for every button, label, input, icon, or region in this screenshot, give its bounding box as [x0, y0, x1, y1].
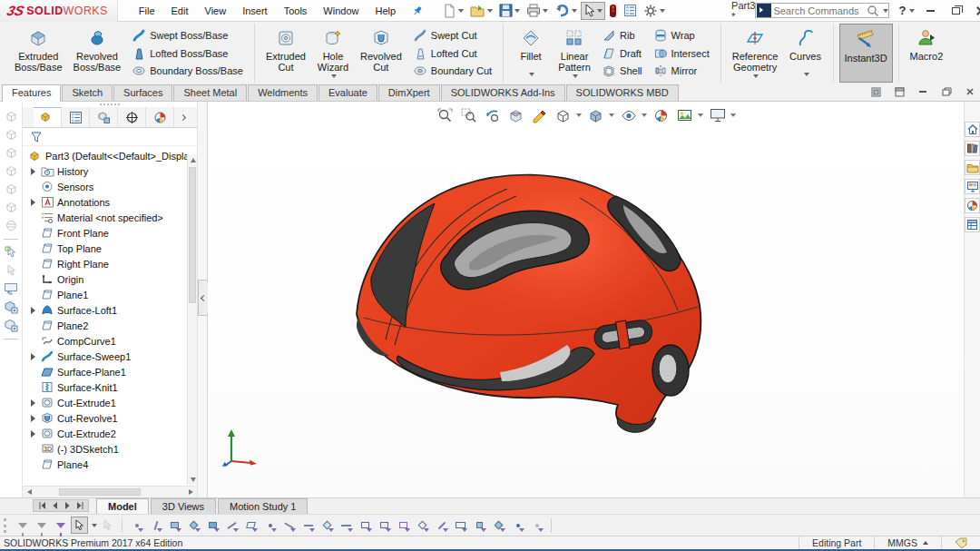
tab-model[interactable]: Model: [96, 498, 149, 514]
revolved-cut-button[interactable]: RevolvedCut: [355, 24, 407, 83]
body-cube-icon-1[interactable]: [3, 300, 19, 315]
tab-features[interactable]: Features: [2, 84, 61, 102]
expand-arrow-icon[interactable]: [28, 307, 37, 314]
scrollbar-thumb[interactable]: [189, 167, 196, 303]
file-explorer-icon[interactable]: [965, 160, 980, 175]
tab-3d-views[interactable]: 3D Views: [151, 498, 216, 514]
expand-arrow-icon[interactable]: [28, 430, 37, 438]
curves-button[interactable]: Curves: [784, 24, 828, 83]
filter-connection-points-button[interactable]: [509, 517, 526, 534]
filter-center-marks-button[interactable]: [318, 517, 336, 534]
menu-tools[interactable]: Tools: [276, 2, 316, 20]
tree-vertical-scrollbar[interactable]: [187, 154, 197, 485]
ref-cube-icon-2[interactable]: [3, 127, 19, 143]
shell-button[interactable]: Shell: [598, 63, 645, 79]
filter-axes-button[interactable]: [223, 517, 240, 534]
graphics-viewport[interactable]: [208, 102, 964, 497]
panel-tabs-overflow[interactable]: [174, 107, 191, 127]
tree-item-cut-revolve1[interactable]: Cut-Revolve1: [23, 410, 197, 426]
tab-sheet-metal[interactable]: Sheet Metal: [173, 84, 247, 101]
tree-item-front-plane[interactable]: Front Plane: [23, 225, 197, 241]
helmet-model[interactable]: [346, 162, 709, 443]
tree-item-compcurve1[interactable]: CompCurve1: [23, 333, 197, 349]
filter-notes-button[interactable]: [395, 517, 412, 534]
extruded-cut-button[interactable]: ExtrudedCut: [260, 24, 311, 83]
first-tab-button[interactable]: [36, 501, 47, 510]
solidworks-resources-icon[interactable]: [965, 122, 980, 137]
tree-item-material[interactable]: Material <not specified>: [23, 210, 197, 225]
tab-solidworks-add-ins[interactable]: SOLIDWORKS Add-Ins: [441, 84, 565, 101]
hide-show-items-dropdown-icon[interactable]: [642, 113, 647, 117]
body-cube-icon-2[interactable]: [3, 318, 19, 333]
open-button[interactable]: [467, 2, 495, 20]
expand-arrow-icon[interactable]: [28, 415, 37, 422]
performance-indicator-icon[interactable]: [606, 2, 620, 20]
fillet-button[interactable]: Fillet: [509, 24, 553, 83]
ref-cube-icon-3[interactable]: [3, 145, 19, 161]
tree-root-part3[interactable]: Part3 (Default<<Default>_Display Stat: [23, 148, 197, 163]
property-manager-tab[interactable]: [62, 107, 90, 127]
minimize-button[interactable]: [922, 5, 938, 17]
help-button[interactable]: ?: [898, 4, 906, 17]
search-dropdown-icon[interactable]: [883, 9, 888, 13]
section-view-icon[interactable]: [507, 106, 525, 124]
draft-button[interactable]: Draft: [598, 45, 645, 62]
curves-dropdown-icon[interactable]: [804, 73, 809, 76]
tree-item-surface-loft1[interactable]: Surface-Loft1: [23, 302, 197, 318]
select-tool-button[interactable]: [581, 2, 605, 20]
fillet-dropdown-icon[interactable]: [529, 73, 534, 76]
appearances-scenes-icon[interactable]: [965, 198, 980, 213]
custom-properties-icon[interactable]: [965, 217, 980, 232]
filter-surface-finish-button[interactable]: [414, 517, 431, 534]
expand-arrow-icon[interactable]: [28, 353, 37, 360]
scroll-right-icon[interactable]: [184, 489, 197, 495]
filter-sketch-points-button[interactable]: [261, 517, 279, 534]
panel-splitter[interactable]: [197, 102, 208, 497]
print-button[interactable]: [524, 2, 551, 20]
search-input[interactable]: [773, 5, 865, 16]
view-palette-icon[interactable]: [965, 179, 980, 194]
search-icon[interactable]: [867, 5, 879, 17]
new-button[interactable]: [440, 2, 466, 20]
linear-pattern-dropdown-icon[interactable]: [573, 74, 578, 78]
save-button[interactable]: [496, 2, 523, 20]
tree-item-plane4[interactable]: Plane4: [23, 457, 197, 472]
dynamic-annotation-views-icon[interactable]: [531, 106, 549, 124]
lofted-boss-base-button[interactable]: Lofted Boss/Base: [128, 45, 247, 62]
tab-dimxpert[interactable]: DimXpert: [378, 84, 440, 101]
expand-arrow-icon[interactable]: [28, 168, 37, 175]
close-button[interactable]: [973, 5, 980, 17]
hide-show-items-icon[interactable]: [620, 106, 638, 124]
filter-weld-symbols-button[interactable]: [433, 517, 450, 534]
filter-routing-points-button[interactable]: [528, 517, 545, 534]
menu-help[interactable]: Help: [367, 2, 404, 20]
tree-item-annotations[interactable]: Annotations: [23, 194, 197, 210]
tree-item-cut-extrude2[interactable]: Cut-Extrude2: [23, 426, 197, 441]
edit-appearance-icon[interactable]: [652, 106, 671, 124]
hole-wizard-button[interactable]: HoleWizard: [311, 24, 355, 83]
tree-item-right-plane[interactable]: Right Plane: [23, 256, 197, 271]
doc-pane-icon-2[interactable]: [893, 86, 906, 97]
doc-restore-button[interactable]: [940, 86, 953, 97]
lasso-select-button[interactable]: [99, 517, 116, 534]
instant3d-button[interactable]: Instant3D: [839, 24, 893, 83]
intersect-button[interactable]: Intersect: [650, 45, 713, 62]
view-settings-icon[interactable]: [709, 106, 727, 124]
tree-item-surface-plane1[interactable]: Surface-Plane1: [23, 364, 197, 379]
ref-cube-icon-5[interactable]: [3, 182, 19, 197]
filter-surface-bodies-button[interactable]: [185, 517, 202, 534]
tree-item-history[interactable]: History: [23, 163, 197, 179]
tree-item-sensors[interactable]: Sensors: [23, 179, 197, 194]
ref-cube-icon-1[interactable]: [3, 109, 19, 124]
units-dropdown-icon[interactable]: [923, 541, 928, 545]
tree-item-3dsketch1[interactable]: 3D (-) 3DSketch1: [23, 441, 197, 457]
filter-sketch-segments-button[interactable]: [280, 517, 298, 534]
filter-edges-button[interactable]: [147, 517, 164, 534]
undo-button[interactable]: [552, 2, 580, 20]
view-settings-dropdown-icon[interactable]: [730, 113, 736, 117]
filter-planes-button[interactable]: [242, 517, 260, 534]
expand-arrow-icon[interactable]: [28, 399, 37, 407]
scroll-left-icon[interactable]: [23, 489, 35, 495]
menu-insert[interactable]: Insert: [234, 2, 276, 20]
boundary-cut-button[interactable]: Boundary Cut: [409, 63, 495, 79]
